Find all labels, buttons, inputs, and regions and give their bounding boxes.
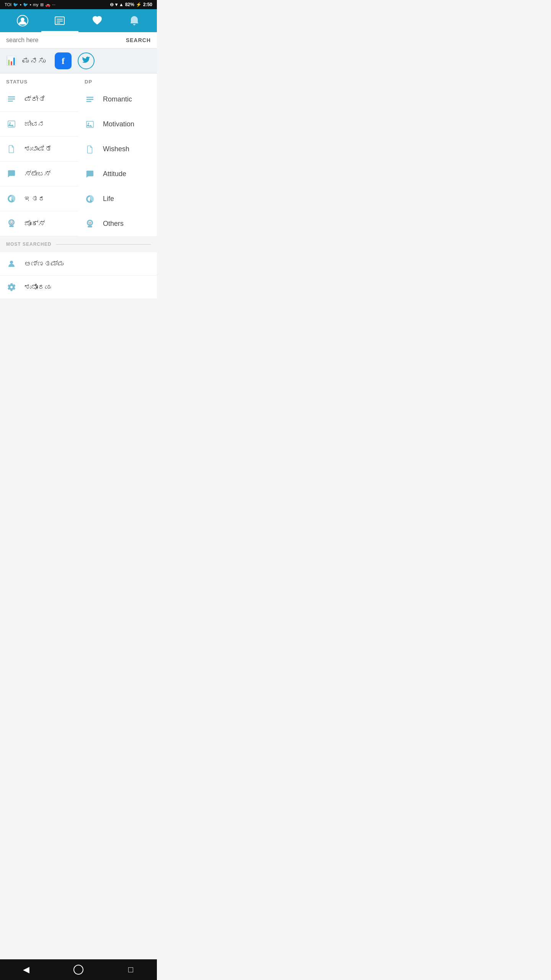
svg-point-25 [90,222,91,223]
pacman-icon-1 [6,193,17,204]
dp-header: DP [78,74,157,87]
twitter-icon-2: 🐦 [23,2,28,7]
status-label-jokes: ಜೋಕ್ಸ್ [24,220,45,228]
category-section: STATUS DP ಪ್ರೀತಿ Romantic [0,74,157,236]
facebook-icon: f [62,56,65,66]
searched-label-annatamma: ಅಣ್ಣತಮ್ಮ [24,260,65,268]
svg-point-13 [10,122,11,124]
search-button[interactable]: SEARCH [126,37,151,43]
battery-level: 82% [125,2,134,7]
bar-chart-icon: 📊 [6,56,16,66]
facebook-button[interactable]: f [55,52,72,69]
dp-item-motivation[interactable]: Motivation [78,112,157,137]
svg-rect-7 [8,98,15,100]
car-icon: 🚗 [45,2,51,7]
status-label-status: ಸ್ಟೇಟಸ್ [24,170,51,178]
dp-label-life: Life [103,195,114,203]
square-icon-1: ▪ [20,2,21,7]
status-item-shubhashite[interactable]: ಶುಭಾಷಿತೆ [0,137,78,162]
most-searched-section: ಅಣ್ಣತಮ್ಮ ಶುಭೋದಯ [0,252,157,299]
wifi-icon: ▾ [115,2,117,7]
image-icon-2 [85,119,95,130]
image-icon-1 [6,119,17,129]
time: 2:50 [143,2,152,7]
searched-item-shubhodaya[interactable]: ಶುಭೋದಯ [0,276,157,299]
twitter-icon [82,57,90,65]
svg-rect-14 [86,121,93,127]
status-label-shubhashite: ಶುಭಾಷಿತೆ [24,145,52,153]
svg-point-20 [12,222,13,222]
list-icon-2 [85,94,95,105]
file-icon-2 [85,144,95,155]
dp-label-attitude: Attitude [103,170,126,178]
most-searched-divider: MOST SEARCHED [0,236,157,252]
svg-point-26 [10,261,13,264]
dp-label-romantic: Romantic [103,95,132,103]
gear-icon [6,282,17,292]
bell-icon [128,15,140,27]
divider-line [56,244,151,245]
dp-item-others[interactable]: Others [78,211,157,236]
dots-icon: ··· [52,2,55,7]
category-row-2: ಜೀವನ Motivation [0,112,157,137]
search-input[interactable] [6,37,126,44]
svg-point-1 [21,18,24,21]
social-bar: 📊 ಮನಸು f [0,49,157,74]
nav-profile[interactable] [4,9,41,32]
chat-icon-1 [6,168,17,179]
search-bar: SEARCH [0,32,157,49]
top-nav [0,9,157,32]
clown-icon-1 [6,218,17,229]
svg-rect-11 [86,101,91,102]
svg-rect-6 [8,96,15,98]
nav-notifications[interactable] [116,9,153,32]
svg-rect-22 [88,226,92,227]
dp-item-attitude[interactable]: Attitude [78,162,157,186]
dp-item-romantic[interactable]: Romantic [78,87,157,112]
clown-icon-2 [85,219,95,229]
svg-rect-12 [8,121,15,127]
svg-rect-17 [9,225,14,227]
dp-item-life[interactable]: Life [78,186,157,211]
category-row-4: ಸ್ಟೇಟಸ್ Attitude [0,162,157,186]
list-icon-1 [6,94,17,105]
svg-point-19 [10,222,11,222]
svg-rect-9 [86,96,93,98]
most-searched-label: MOST SEARCHED [6,242,51,247]
category-row-5: ಇತರ Life [0,186,157,211]
outlook-icon: ⊞ [40,2,44,7]
nav-favorites[interactable] [78,9,116,32]
status-label-preethi: ಪ್ರೀತಿ [24,95,45,103]
status-item-jokes[interactable]: ಜೋಕ್ಸ್ [0,211,78,236]
status-item-ithara[interactable]: ಇತರ [0,186,78,211]
status-left: TOI 🐦 ▪ 🐦 ▪ my ⊞ 🚗 ··· [5,2,55,7]
status-label-ithara: ಇತರ [24,195,46,203]
nav-news[interactable] [41,9,79,32]
status-item-jeevana[interactable]: ಜೀವನ [0,112,78,137]
battery-icon: ⚡ [136,2,142,7]
heart-icon [91,15,103,27]
category-row-3: ಶುಭಾಷಿತೆ Wishesh [0,137,157,162]
dp-label-others: Others [103,220,124,228]
status-item-status[interactable]: ಸ್ಟೇಟಸ್ [0,162,78,186]
square-icon-2: ▪ [30,2,31,7]
searched-item-annatamma[interactable]: ಅಣ್ಣತಮ್ಮ [0,252,157,276]
svg-point-24 [89,222,90,223]
dp-label-motivation: Motivation [103,120,134,128]
status-bar: TOI 🐦 ▪ 🐦 ▪ my ⊞ 🚗 ··· ⊖ ▾ ▲ 82% ⚡ 2:50 [0,0,157,9]
chat-icon-2 [85,169,95,180]
status-label-jeevana: ಜೀವನ [24,120,44,128]
status-item-preethi[interactable]: ಪ್ರೀತಿ [0,87,78,112]
svg-point-15 [88,122,90,124]
minus-icon: ⊖ [110,2,114,7]
dp-label-wishesh: Wishesh [103,145,129,153]
my-icon: my [33,2,39,7]
signal-icon: ▲ [119,2,124,7]
category-row-6: ಜೋಕ್ಸ್ Others [0,211,157,236]
category-row-1: ಪ್ರೀತಿ Romantic [0,87,157,112]
app-label: TOI [5,2,11,7]
dp-item-wishesh[interactable]: Wishesh [78,137,157,162]
profile-icon [16,15,29,27]
twitter-button[interactable] [78,52,95,69]
status-right: ⊖ ▾ ▲ 82% ⚡ 2:50 [110,2,152,7]
